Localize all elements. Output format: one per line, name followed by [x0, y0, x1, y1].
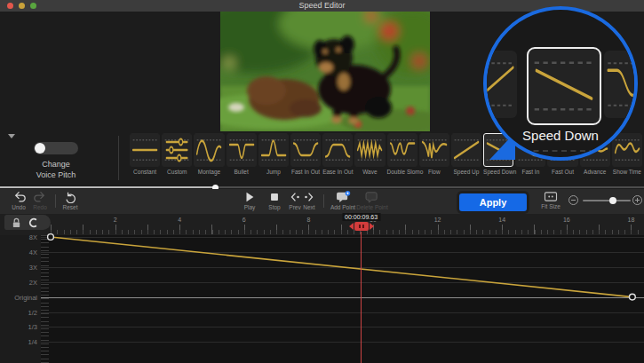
collapse-panel-icon[interactable]: [8, 134, 15, 138]
preset-speed-up[interactable]: Speed Up: [451, 133, 481, 185]
playhead-right-arrow-icon: [370, 223, 374, 230]
lock-icon[interactable]: [12, 217, 21, 228]
ruler-second-label: 14: [498, 217, 505, 223]
ruler-second-label: 4: [178, 217, 181, 223]
preset-label: Speed Up: [451, 169, 481, 175]
speed-axis-label: 4X: [29, 248, 37, 256]
preset-scrollbar[interactable]: [0, 186, 644, 188]
playhead-marker[interactable]: [349, 222, 374, 231]
speed-axis-label: 1/4: [28, 338, 37, 346]
magnifier-partial-thumb: [604, 51, 638, 118]
preset-label: Bullet: [227, 169, 257, 175]
preset-show-time[interactable]: Show Time: [612, 133, 642, 185]
toolbar-separator: [323, 194, 324, 208]
reset-icon: [64, 191, 76, 203]
apply-button[interactable]: Apply: [459, 193, 527, 211]
ruler-second-label: 6: [242, 217, 246, 223]
preset-label: Jump: [258, 169, 289, 175]
double-slomo-curve-icon: [387, 133, 417, 167]
preset-label: Wave: [354, 169, 385, 175]
ruler-second-label: 8: [306, 217, 310, 223]
magnifier-dashes: [524, 150, 604, 152]
preset-ease-in-out[interactable]: Ease In Out: [322, 133, 353, 185]
flow-curve-icon: [419, 133, 449, 167]
magnifier-speed-down-thumb: [527, 47, 601, 125]
speed-axis-ticks: [41, 235, 49, 363]
preset-bullet[interactable]: Bullet: [227, 133, 257, 185]
ruler-minor-ticks: [51, 230, 644, 234]
preset-label: Montage: [194, 169, 224, 175]
play-icon: [243, 191, 256, 203]
speed-gridline-8x: [41, 237, 644, 238]
preset-constant[interactable]: Constant: [130, 133, 160, 185]
preset-label: Double Slomo: [387, 169, 417, 175]
jump-curve-icon: [258, 133, 289, 167]
speed-gridline-original: [41, 297, 644, 298]
redo-icon: [34, 191, 47, 203]
preset-flow[interactable]: Flow: [419, 133, 449, 185]
preset-jump[interactable]: Jump: [258, 133, 289, 185]
preset-label: Custom: [162, 169, 192, 175]
add-point-icon: [336, 191, 351, 203]
fit-size-icon: [544, 191, 558, 202]
fit-size-button[interactable]: Fit Size: [535, 191, 567, 209]
timeline-zoom-handle[interactable]: [609, 197, 616, 204]
speed-axis-label: 3X: [29, 263, 37, 271]
preset-montage[interactable]: Montage: [194, 133, 224, 185]
preset-label: Show Time: [612, 169, 642, 175]
panel-divider: [118, 136, 119, 180]
montage-curve-icon: [194, 133, 224, 167]
curve-handle-end[interactable]: [629, 294, 635, 300]
speed-axis: 8X4X3X2XOriginal1/21/31/4: [0, 235, 41, 363]
preset-label: Advance: [580, 169, 610, 175]
speed-editor-window: Speed Editor: [0, 0, 644, 363]
preset-custom[interactable]: Custom: [162, 133, 192, 185]
reset-button[interactable]: Reset: [57, 191, 83, 210]
zoom-in-icon[interactable]: [632, 195, 642, 205]
video-preview: [220, 12, 430, 131]
ruler-second-label: 2: [114, 217, 117, 223]
preset-label: Ease In Out: [322, 169, 353, 175]
speed-gridline-3x: [41, 267, 644, 268]
speed-gridline-1-2: [41, 312, 644, 313]
preset-fast-in-out[interactable]: Fast In Out: [290, 133, 321, 185]
next-frame-icon: [303, 191, 315, 203]
delete-point-button[interactable]: Delete Point: [352, 191, 393, 210]
timecode-readout: 00:00:09.63: [342, 213, 380, 221]
timeline-zoom-slider[interactable]: [583, 200, 631, 201]
speed-axis-label: 2X: [29, 278, 37, 286]
wave-curve-icon: [354, 133, 385, 167]
bullet-curve-icon: [227, 133, 257, 167]
timeline-mode-pill: [4, 215, 51, 230]
stop-button[interactable]: Stop: [261, 191, 288, 210]
ruler-second-label: 12: [434, 217, 441, 223]
preset-label: Flow: [419, 169, 449, 175]
magnifier-partial-thumb: [483, 51, 517, 118]
undo-icon: [12, 191, 26, 203]
snap-magnet-icon[interactable]: [28, 217, 38, 228]
speed-gridline-1-3: [41, 327, 644, 327]
preset-wave[interactable]: Wave: [354, 133, 385, 185]
curve-handle-start[interactable]: [48, 234, 54, 241]
constant-curve-icon: [130, 133, 160, 167]
preset-label: Fast In: [515, 169, 545, 175]
preset-label: Fast Out: [547, 169, 577, 175]
redo-button[interactable]: Redo: [27, 191, 53, 210]
playhead-line[interactable]: [361, 232, 362, 363]
speed-axis-label: 1/2: [28, 308, 37, 316]
preset-scrollbar-progress: [0, 186, 215, 188]
preset-label: Speed Down: [483, 169, 513, 175]
preset-label: Constant: [130, 169, 160, 175]
voice-pitch-toggle[interactable]: [34, 142, 78, 154]
speed-gridline-4x: [41, 252, 644, 253]
next-frame-button[interactable]: Next: [299, 191, 319, 210]
ruler-row: 24681012141618: [0, 214, 644, 235]
playhead-handle: [354, 222, 369, 231]
toolbar: Undo Redo Reset Play Stop: [0, 189, 644, 214]
delete-point-icon: [365, 191, 380, 203]
play-button[interactable]: Play: [236, 191, 263, 210]
custom-sliders-icon: [162, 133, 192, 167]
magnifier-callout: Speed Down: [483, 6, 638, 161]
preset-double-slomo[interactable]: Double Slomo: [387, 133, 417, 185]
zoom-out-icon[interactable]: [568, 195, 578, 205]
